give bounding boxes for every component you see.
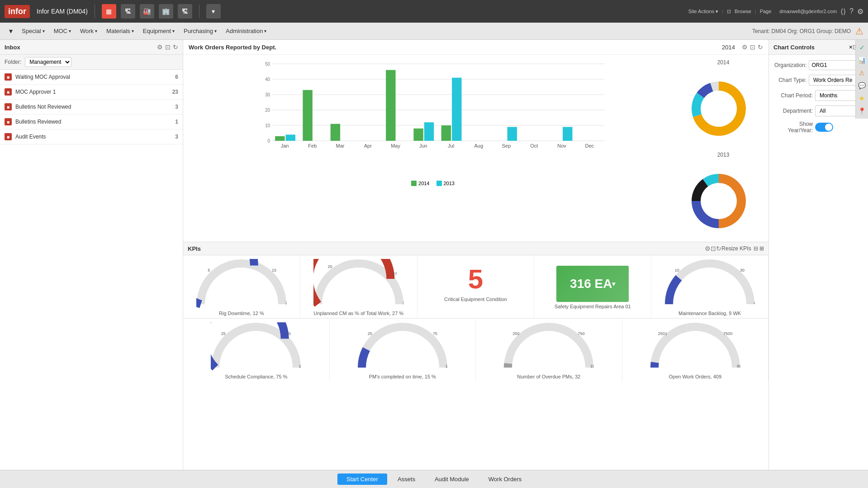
svg-rect-12 xyxy=(275,136,285,141)
cc-period-label: Chart Period: xyxy=(774,92,813,99)
legend-box-2013 xyxy=(436,181,442,186)
nav-administration[interactable]: Administration▾ xyxy=(221,23,271,40)
sidebar-alert-icon[interactable]: ⚠ xyxy=(856,67,868,79)
svg-text:7500: 7500 xyxy=(723,331,732,336)
nav-materials[interactable]: Materials▾ xyxy=(102,23,138,40)
wo-refresh-icon[interactable]: ↻ xyxy=(758,43,763,51)
nav-icon-2[interactable]: 🏗 xyxy=(121,4,135,19)
kpi-refresh-icon[interactable]: ↻ xyxy=(716,245,721,252)
nav-icon-5[interactable]: 🏗 xyxy=(178,4,192,19)
kpi-card-3: 316 EA ▾Safety Equipment Repairs Area 01 xyxy=(534,255,651,318)
divider1 xyxy=(95,5,95,18)
inbox-item-icon: ■ xyxy=(5,88,12,96)
svg-text:Sep: Sep xyxy=(502,143,511,148)
kpi-header: KPIs ⚙ ⊡ ↻ Resize KPIs ⊟ ⊞ xyxy=(183,242,768,255)
nav-special[interactable]: Special▾ xyxy=(17,23,49,40)
cc-year-toggle[interactable] xyxy=(815,123,833,132)
svg-text:20: 20 xyxy=(285,301,287,305)
inbox-item-count: 23 xyxy=(172,89,178,95)
kpi-window-icon[interactable]: ⊡ xyxy=(711,245,716,252)
inbox-item[interactable]: ■ Bulletins Reviewed 1 xyxy=(0,115,183,129)
tab-work-orders[interactable]: Work Orders xyxy=(479,474,531,485)
wo-gear-icon[interactable]: ⚙ xyxy=(742,43,748,51)
sidebar-chat-icon[interactable]: 💬 xyxy=(856,80,868,91)
settings-icon[interactable]: ⚙ xyxy=(857,7,863,16)
wo-window-icon[interactable]: ⊡ xyxy=(750,43,755,51)
nav-work[interactable]: Work▾ xyxy=(76,23,102,40)
share-icon[interactable]: ⟨⟩ xyxy=(840,7,846,16)
tab-audit-module[interactable]: Audit Module xyxy=(426,474,478,485)
svg-text:10: 10 xyxy=(675,268,679,273)
alert-icon[interactable]: ⚠ xyxy=(855,26,863,37)
nav-icon-3[interactable]: 🏭 xyxy=(140,4,154,19)
inbox-item[interactable]: ■ Audit Events 3 xyxy=(0,129,183,144)
inbox-item-label: MOC Approver 1 xyxy=(15,89,169,95)
inbox-window-icon[interactable]: ⊡ xyxy=(165,43,171,51)
svg-text:0: 0 xyxy=(664,301,665,305)
site-actions[interactable]: Site Actions ▾ xyxy=(688,9,719,14)
sidebar-star-icon[interactable]: ★ xyxy=(856,92,868,104)
kpi-card-1: 1620232730Unplanned CM as % of Total Wor… xyxy=(300,255,417,318)
inbox-item[interactable]: ■ Waiting MOC Approval 6 xyxy=(0,70,183,85)
inbox-item-count: 1 xyxy=(175,119,178,125)
svg-text:Oct: Oct xyxy=(530,143,538,148)
inbox-item[interactable]: ■ MOC Approver 1 23 xyxy=(0,85,183,100)
cc-close-icon[interactable]: × xyxy=(849,43,853,51)
kpi-row-2: 0255075100Schedule Compliance, 75 %02550… xyxy=(183,318,768,381)
page-link[interactable]: Page xyxy=(760,9,772,14)
cc-year-label: Show Year/Year: xyxy=(774,121,813,134)
sidebar-pin-icon[interactable]: 📍 xyxy=(856,105,868,117)
svg-text:40: 40 xyxy=(754,301,755,305)
svg-text:100: 100 xyxy=(299,364,302,368)
resize-controls[interactable]: ⊟ ⊞ xyxy=(754,245,764,252)
inbox-item-label: Audit Events xyxy=(15,134,171,140)
cc-type-select[interactable]: Work Orders Re xyxy=(809,75,863,86)
inbox-refresh-icon[interactable]: ↻ xyxy=(173,43,178,51)
safety-dropdown-icon[interactable]: ▾ xyxy=(612,280,615,287)
tab-start-center[interactable]: Start Center xyxy=(337,474,387,485)
sidebar-chart-icon[interactable]: 📊 xyxy=(856,54,868,66)
nav-purchasing[interactable]: Purchasing▾ xyxy=(179,23,221,40)
inbox-item-count: 6 xyxy=(175,74,178,80)
svg-text:75: 75 xyxy=(433,331,437,336)
page-icon[interactable]: ⊡ xyxy=(727,9,731,14)
inbox-gear-icon[interactable]: ⚙ xyxy=(157,43,163,51)
sidebar-checkmark-icon[interactable]: ✓ xyxy=(856,42,868,53)
kpi-gear-icon[interactable]: ⚙ xyxy=(705,245,711,252)
dropdown-icon[interactable]: ▾ xyxy=(206,4,221,19)
inbox-panel: Inbox ⚙ ⊡ ↻ Folder: Management ■ Waiting… xyxy=(0,40,183,470)
folder-select[interactable]: Management xyxy=(25,57,71,67)
help-icon[interactable]: ? xyxy=(849,7,854,15)
nav-dropdown[interactable]: ▾ xyxy=(5,23,17,40)
navbar: ▾ Special▾ MOC▾ Work▾ Materials▾ Equipme… xyxy=(0,23,868,40)
kpi-label: Schedule Compliance, 75 % xyxy=(225,374,287,379)
inbox-item-icon: ■ xyxy=(5,73,12,81)
inbox-title: Inbox xyxy=(5,44,155,51)
svg-rect-24 xyxy=(386,70,395,141)
kpi-label: Critical Equipment Condition xyxy=(444,297,507,302)
svg-rect-13 xyxy=(286,134,295,141)
svg-text:1: 1 xyxy=(650,364,650,368)
svg-text:30: 30 xyxy=(740,268,745,273)
inbox-item[interactable]: ■ Bulletins Not Reviewed 3 xyxy=(0,100,183,115)
svg-text:50: 50 xyxy=(265,62,270,67)
svg-text:Apr: Apr xyxy=(364,143,372,148)
browse-link[interactable]: Browse xyxy=(735,9,751,14)
svg-rect-15 xyxy=(303,90,312,141)
cc-header: Chart Controls × ⊡ ↻ xyxy=(769,40,868,55)
nav-icon-1[interactable]: ▦ xyxy=(102,4,116,19)
nav-icon-4[interactable]: 🏢 xyxy=(159,4,173,19)
divider2 xyxy=(199,5,199,18)
legend-box-2014 xyxy=(411,181,417,186)
nav-moc[interactable]: MOC▾ xyxy=(49,23,76,40)
nav-equipment[interactable]: Equipment▾ xyxy=(138,23,179,40)
svg-text:30: 30 xyxy=(265,92,270,97)
inbox-items: ■ Waiting MOC Approval 6 ■ MOC Approver … xyxy=(0,70,183,144)
bar-chart-svg: 01020304050JanFebMarAprMayJunJulAugSepOc… xyxy=(188,59,678,177)
resize-kpis[interactable]: Resize KPIs ⊟ ⊞ xyxy=(721,245,764,252)
kpi-container: 05101520Rig Downtime, 12 %1620232730Unpl… xyxy=(183,255,768,381)
tab-assets[interactable]: Assets xyxy=(389,474,424,485)
kpi-label: Safety Equipment Repairs Area 01 xyxy=(555,304,631,309)
donut-svg-2014 xyxy=(683,72,755,145)
svg-text:1000: 1000 xyxy=(590,364,594,368)
